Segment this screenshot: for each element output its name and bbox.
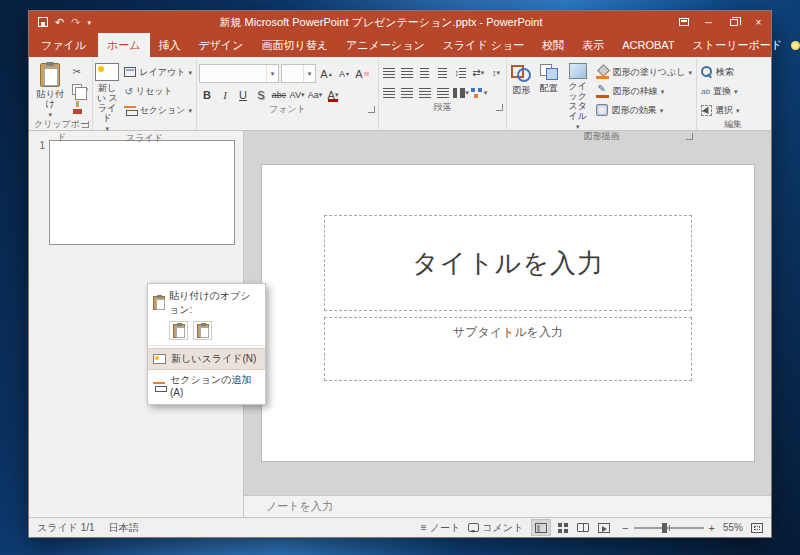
tab-insert[interactable]: 挿入 xyxy=(150,33,190,57)
format-painter-button[interactable] xyxy=(70,100,90,115)
zoom-slider[interactable] xyxy=(634,527,704,529)
shape-outline-icon xyxy=(596,85,609,98)
strikethrough-button[interactable]: abc xyxy=(271,86,287,103)
align-right-icon xyxy=(419,88,431,98)
zoom-in-button[interactable]: + xyxy=(709,522,715,534)
notes-icon: ≡ xyxy=(421,522,427,533)
restore-button[interactable] xyxy=(721,11,746,33)
new-slide-button[interactable]: 新しい スライド ▾ xyxy=(95,59,119,132)
editing-body: 検索 ab置換▾ 選択▾ xyxy=(699,59,767,118)
paragraph-dialog-launcher[interactable] xyxy=(496,104,503,111)
minimize-button[interactable]: ─ xyxy=(696,11,721,33)
paste-keep-text-only-button[interactable] xyxy=(193,321,212,340)
tab-home[interactable]: ホーム xyxy=(98,33,150,57)
tell-me-box[interactable]: 操作アシスト xyxy=(791,38,800,53)
character-spacing-button[interactable]: AV▾ xyxy=(289,86,305,103)
tab-design[interactable]: デザイン xyxy=(190,33,253,57)
chevron-down-icon: ▾ xyxy=(660,107,664,114)
bullets-button[interactable] xyxy=(381,64,397,81)
decrease-indent-button[interactable] xyxy=(417,64,433,81)
bold-button[interactable]: B xyxy=(199,86,215,103)
section-label: セクション xyxy=(139,104,185,117)
comments-toggle-button[interactable]: コメント xyxy=(468,521,523,535)
undo-icon[interactable]: ↶ xyxy=(55,17,64,28)
select-button[interactable]: 選択▾ xyxy=(699,102,767,118)
save-icon[interactable] xyxy=(38,17,48,27)
reset-button[interactable]: ↺リセット xyxy=(122,83,194,99)
reading-view-button[interactable] xyxy=(573,519,593,536)
change-case-button[interactable]: Aa▾ xyxy=(307,86,323,103)
increase-indent-button[interactable] xyxy=(435,64,451,81)
notes-pane[interactable]: ノートを入力 xyxy=(244,495,771,517)
slide-sorter-icon xyxy=(558,523,562,527)
title-placeholder[interactable]: タイトルを入力 xyxy=(324,215,692,311)
tab-view[interactable]: 表示 xyxy=(573,33,613,57)
tab-file[interactable]: ファイル xyxy=(29,33,98,57)
tab-storyboard[interactable]: ストーリーボード xyxy=(684,33,791,57)
text-shadow-button[interactable]: S xyxy=(253,86,269,103)
menu-item-add-section[interactable]: セクションの追加(A) xyxy=(148,370,265,401)
layout-button[interactable]: レイアウト▾ xyxy=(122,64,194,80)
paste-button[interactable]: 貼り付け ▾ xyxy=(33,59,67,118)
font-color-button[interactable]: A▾ xyxy=(325,86,341,103)
tab-animations[interactable]: アニメーション xyxy=(337,33,434,57)
slide[interactable]: タイトルを入力 サブタイトルを入力 xyxy=(262,165,754,461)
underline-button[interactable]: U xyxy=(235,86,251,103)
tab-transitions[interactable]: 画面切り替え xyxy=(253,33,338,57)
arrange-button[interactable]: 配置 xyxy=(536,59,560,93)
zoom-level[interactable]: 55% xyxy=(723,522,743,533)
numbering-button[interactable] xyxy=(399,64,415,81)
slide-1-thumbnail[interactable] xyxy=(49,140,235,245)
find-button[interactable]: 検索 xyxy=(699,64,767,80)
text-direction-icon: ⇄ xyxy=(472,67,480,78)
zoom-out-button[interactable]: − xyxy=(622,522,628,534)
text-direction-button[interactable]: ⇄▾ xyxy=(470,64,486,81)
zoom-slider-thumb[interactable] xyxy=(662,523,667,533)
notes-toggle-label: ノート xyxy=(430,521,460,535)
slide-sorter-view-button[interactable] xyxy=(552,519,572,536)
shapes-button[interactable]: 図形 xyxy=(509,59,533,95)
align-left-button[interactable] xyxy=(381,84,397,101)
section-button[interactable]: セクション▾ xyxy=(122,102,194,118)
close-button[interactable]: × xyxy=(746,11,771,33)
tab-review[interactable]: 校閲 xyxy=(533,33,573,57)
fit-to-window-icon[interactable] xyxy=(751,523,763,533)
normal-view-button[interactable] xyxy=(531,519,551,536)
tab-acrobat[interactable]: ACROBAT xyxy=(613,33,683,57)
italic-button[interactable]: I xyxy=(217,86,233,103)
align-center-button[interactable] xyxy=(399,84,415,101)
slideshow-view-button[interactable] xyxy=(594,519,614,536)
chevron-down-icon: ▾ xyxy=(303,65,315,82)
shape-fill-button[interactable]: 図形の塗りつぶし▾ xyxy=(594,64,694,80)
cut-button[interactable]: ✂ xyxy=(70,64,90,79)
language-indicator[interactable]: 日本語 xyxy=(109,521,139,535)
align-right-button[interactable] xyxy=(417,84,433,101)
slideshow-icon xyxy=(598,523,610,533)
line-spacing-button[interactable]: ↕ xyxy=(452,64,468,81)
redo-icon[interactable]: ↷ xyxy=(71,17,80,28)
justify-button[interactable] xyxy=(435,84,451,101)
clear-formatting-button[interactable]: A xyxy=(354,65,370,82)
shape-outline-button[interactable]: 図形の枠線▾ xyxy=(594,83,694,99)
ribbon-display-options-button[interactable] xyxy=(671,11,696,33)
shape-effects-button[interactable]: 図形の効果▾ xyxy=(594,102,694,118)
clipboard-dialog-launcher[interactable] xyxy=(82,121,89,128)
font-name-combobox[interactable]: ▾ xyxy=(199,64,279,83)
replace-button[interactable]: ab置換▾ xyxy=(699,83,767,99)
shapes-label: 図形 xyxy=(512,85,530,95)
paste-use-destination-theme-button[interactable] xyxy=(169,321,188,340)
notes-toggle-button[interactable]: ≡ノート xyxy=(421,521,460,535)
decrease-font-size-button[interactable]: A▾ xyxy=(336,65,352,82)
font-dialog-launcher[interactable] xyxy=(368,106,375,113)
convert-to-smartart-button[interactable]: ▾ xyxy=(471,84,487,101)
copy-button[interactable]: ▾ xyxy=(70,82,90,97)
quick-styles-button[interactable]: クイック スタイル ▾ xyxy=(564,59,592,130)
lightbulb-icon xyxy=(791,41,800,50)
subtitle-placeholder[interactable]: サブタイトルを入力 xyxy=(324,317,692,381)
tab-slideshow[interactable]: スライド ショー xyxy=(434,33,534,57)
font-size-combobox[interactable]: ▾ xyxy=(281,64,316,83)
menu-item-new-slide[interactable]: 新しいスライド(N) xyxy=(148,348,265,370)
increase-font-size-button[interactable]: A▴ xyxy=(318,65,334,82)
columns-button[interactable]: ▾ xyxy=(453,84,469,101)
align-text-button[interactable]: ↕▾ xyxy=(488,64,504,81)
